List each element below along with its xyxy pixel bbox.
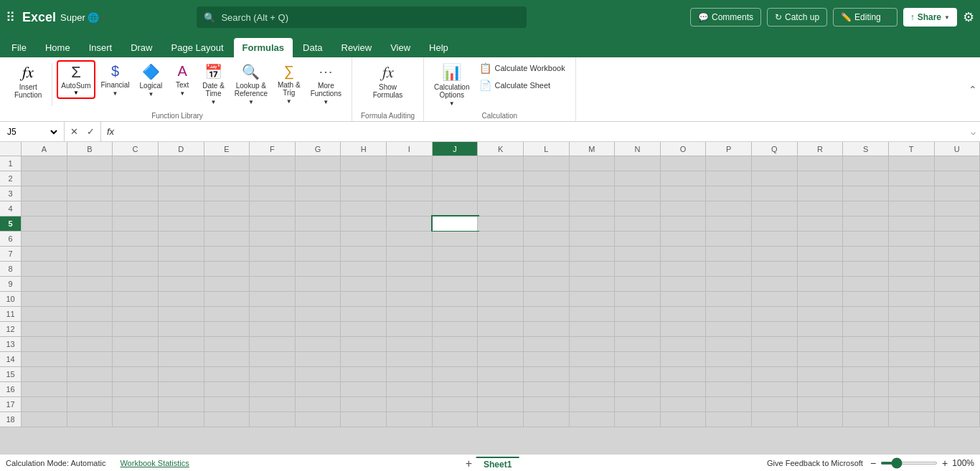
cell-C16[interactable]: [113, 382, 159, 396]
cell-H14[interactable]: [341, 352, 387, 366]
cell-N11[interactable]: [615, 307, 661, 321]
cell-O16[interactable]: [661, 382, 707, 396]
cell-U3[interactable]: [935, 186, 981, 201]
cell-I2[interactable]: [387, 171, 433, 186]
text-dropdown[interactable]: ▼: [179, 90, 185, 97]
cell-I1[interactable]: [387, 156, 433, 171]
cell-B17[interactable]: [67, 397, 113, 411]
cell-I18[interactable]: [387, 412, 433, 427]
cell-D2[interactable]: [159, 171, 204, 186]
cell-A5[interactable]: [22, 217, 67, 231]
cell-T7[interactable]: [889, 247, 935, 261]
cell-F9[interactable]: [250, 277, 296, 291]
cell-P3[interactable]: [706, 186, 752, 201]
cell-A12[interactable]: [22, 322, 67, 336]
cell-A2[interactable]: [22, 171, 67, 186]
cell-E10[interactable]: [204, 292, 250, 306]
cell-H17[interactable]: [341, 397, 387, 411]
cell-A15[interactable]: [22, 367, 67, 381]
cell-Q13[interactable]: [752, 337, 798, 351]
cell-D13[interactable]: [159, 337, 204, 351]
cell-C2[interactable]: [113, 171, 159, 186]
cell-J12[interactable]: [433, 322, 479, 336]
cell-U13[interactable]: [935, 337, 981, 351]
cell-O13[interactable]: [661, 337, 707, 351]
cell-N10[interactable]: [615, 292, 661, 306]
cell-F14[interactable]: [250, 352, 296, 366]
cell-T8[interactable]: [889, 262, 935, 276]
cell-B14[interactable]: [67, 352, 113, 366]
cell-J2[interactable]: [433, 171, 479, 186]
cell-I10[interactable]: [387, 292, 433, 306]
cell-P2[interactable]: [706, 171, 752, 186]
cell-S15[interactable]: [843, 367, 889, 381]
cell-B12[interactable]: [67, 322, 113, 336]
formula-expand-button[interactable]: ⌵: [966, 127, 980, 137]
cell-B15[interactable]: [67, 367, 113, 381]
cell-R13[interactable]: [798, 337, 844, 351]
cell-F4[interactable]: [250, 201, 296, 216]
cell-J3[interactable]: [433, 186, 479, 201]
tab-draw[interactable]: Draw: [122, 38, 161, 57]
cell-C1[interactable]: [113, 156, 159, 171]
text-button[interactable]: A Text ▼: [168, 60, 197, 100]
col-R[interactable]: R: [798, 142, 844, 156]
cell-F8[interactable]: [250, 262, 296, 276]
cell-I17[interactable]: [387, 397, 433, 411]
cell-T5[interactable]: [889, 217, 935, 231]
cell-G17[interactable]: [296, 397, 341, 411]
cell-U16[interactable]: [935, 382, 981, 396]
cell-C9[interactable]: [113, 277, 159, 291]
cell-U15[interactable]: [935, 367, 981, 381]
cell-H7[interactable]: [341, 247, 387, 261]
cell-E3[interactable]: [204, 186, 250, 201]
tab-review[interactable]: Review: [333, 38, 381, 57]
cell-D6[interactable]: [159, 232, 204, 246]
cell-I11[interactable]: [387, 307, 433, 321]
cell-B11[interactable]: [67, 307, 113, 321]
cell-N17[interactable]: [615, 397, 661, 411]
cell-G10[interactable]: [296, 292, 341, 306]
cell-R18[interactable]: [798, 412, 844, 427]
cell-H10[interactable]: [341, 292, 387, 306]
col-O[interactable]: O: [661, 142, 707, 156]
cell-B3[interactable]: [67, 186, 113, 201]
cell-I6[interactable]: [387, 232, 433, 246]
show-formulas-button[interactable]: 𝑓𝑥 ShowFormulas: [367, 60, 409, 102]
col-U[interactable]: U: [935, 142, 981, 156]
cell-F13[interactable]: [250, 337, 296, 351]
cell-I16[interactable]: [387, 382, 433, 396]
cell-D17[interactable]: [159, 397, 204, 411]
cell-R15[interactable]: [798, 367, 844, 381]
cell-O7[interactable]: [661, 247, 707, 261]
cell-T13[interactable]: [889, 337, 935, 351]
row-num-11[interactable]: 11: [0, 307, 22, 321]
cell-U10[interactable]: [935, 292, 981, 306]
cancel-formula-button[interactable]: ✕: [67, 125, 81, 138]
cell-C13[interactable]: [113, 337, 159, 351]
cell-E11[interactable]: [204, 307, 250, 321]
cell-O10[interactable]: [661, 292, 707, 306]
cell-K2[interactable]: [478, 171, 524, 186]
cell-C18[interactable]: [113, 412, 159, 427]
cell-S10[interactable]: [843, 292, 889, 306]
fx-label[interactable]: fx: [101, 126, 120, 137]
col-Q[interactable]: Q: [752, 142, 798, 156]
cell-J17[interactable]: [433, 397, 479, 411]
cell-E18[interactable]: [204, 412, 250, 427]
cell-E7[interactable]: [204, 247, 250, 261]
cell-D15[interactable]: [159, 367, 204, 381]
cell-M18[interactable]: [570, 412, 616, 427]
cell-S9[interactable]: [843, 277, 889, 291]
row-num-4[interactable]: 4: [0, 201, 22, 216]
cell-I13[interactable]: [387, 337, 433, 351]
cell-K16[interactable]: [478, 382, 524, 396]
cell-T16[interactable]: [889, 382, 935, 396]
autosum-button[interactable]: Σ AutoSum ▼: [57, 60, 95, 99]
cell-H11[interactable]: [341, 307, 387, 321]
cell-G16[interactable]: [296, 382, 341, 396]
cell-N18[interactable]: [615, 412, 661, 427]
cell-O11[interactable]: [661, 307, 707, 321]
cell-D8[interactable]: [159, 262, 204, 276]
cell-H15[interactable]: [341, 367, 387, 381]
